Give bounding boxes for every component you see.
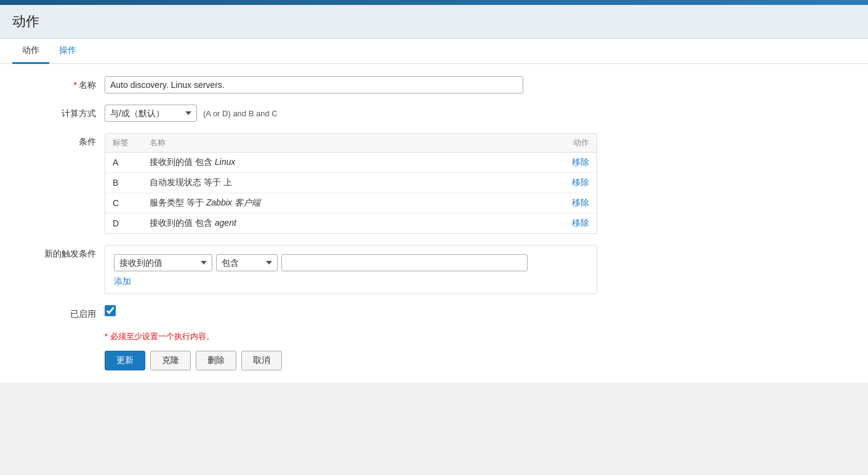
conditions-label: 条件	[25, 133, 105, 148]
trigger-value-input[interactable]	[281, 254, 528, 271]
name-label: *名称	[25, 76, 105, 91]
conditions-container: 标签 名称 动作 A 接收到的值 包含 Linux 移除 B	[105, 133, 843, 234]
table-row: A 接收到的值 包含 Linux 移除	[105, 153, 597, 173]
cond-tag-a: A	[113, 158, 150, 167]
col-tag-header: 标签	[113, 137, 150, 148]
enabled-checkbox[interactable]	[105, 305, 116, 316]
tab-actions[interactable]: 动作	[12, 39, 49, 64]
calc-label: 计算方式	[25, 105, 105, 119]
cond-tag-c: C	[113, 198, 150, 208]
cond-tag-b: B	[113, 178, 150, 188]
tab-operations[interactable]: 操作	[49, 39, 86, 64]
update-button[interactable]: 更新	[105, 351, 145, 370]
cancel-button[interactable]: 取消	[241, 351, 282, 370]
conditions-header: 标签 名称 动作	[105, 134, 597, 153]
remove-a-button[interactable]: 移除	[572, 157, 589, 167]
calc-select[interactable]: 与/或（默认）	[105, 105, 197, 122]
tabs: 动作 操作	[0, 39, 868, 64]
remove-b-button[interactable]: 移除	[572, 177, 589, 187]
new-trigger-row: 新的触发条件 接收到的值 包含 添加	[25, 245, 843, 294]
delete-button[interactable]: 删除	[196, 351, 236, 370]
trigger-condition-row: 接收到的值 包含	[114, 254, 588, 271]
table-row: D 接收到的值 包含 agent 移除	[105, 214, 597, 233]
trigger-contains-select[interactable]: 包含	[216, 254, 278, 271]
cond-name-a: 接收到的值 包含 Linux	[150, 157, 552, 168]
name-input[interactable]	[105, 76, 523, 94]
top-bar	[0, 0, 868, 5]
cond-action-d: 移除	[552, 218, 589, 229]
cond-action-a: 移除	[552, 157, 589, 168]
cond-tag-d: D	[113, 218, 150, 228]
clone-button[interactable]: 克隆	[150, 351, 191, 370]
calc-controls: 与/或（默认） (A or D) and B and C	[105, 105, 278, 122]
calc-row: 计算方式 与/或（默认） (A or D) and B and C	[25, 105, 843, 122]
warning-text: * 必须至少设置一个执行内容。	[105, 331, 843, 342]
calc-hint: (A or D) and B and C	[203, 109, 278, 118]
new-trigger-block: 接收到的值 包含 添加	[105, 245, 597, 294]
remove-c-button[interactable]: 移除	[572, 198, 589, 207]
add-condition-link[interactable]: 添加	[114, 276, 131, 287]
cond-name-c: 服务类型 等于 Zabbix 客户端	[150, 198, 552, 209]
form-area: *名称 计算方式 与/或（默认） (A or D) and B and C 条件	[0, 64, 868, 383]
conditions-table: 标签 名称 动作 A 接收到的值 包含 Linux 移除 B	[105, 133, 597, 234]
cond-name-b: 自动发现状态 等于 上	[150, 177, 552, 188]
main-content: 动作 操作 *名称 计算方式 与/或（默认） (A or D) and B an…	[0, 39, 868, 383]
table-row: C 服务类型 等于 Zabbix 客户端 移除	[105, 193, 597, 214]
button-row: 更新 克隆 删除 取消	[105, 351, 843, 370]
cond-name-d: 接收到的值 包含 agent	[150, 218, 552, 229]
remove-d-button[interactable]: 移除	[572, 218, 589, 228]
page-header: 动作	[0, 5, 868, 39]
page-title: 动作	[12, 12, 856, 31]
table-row: B 自动发现状态 等于 上 移除	[105, 173, 597, 193]
required-star: *	[74, 80, 77, 90]
col-action-header: 动作	[552, 137, 589, 148]
new-trigger-label: 新的触发条件	[25, 245, 105, 260]
trigger-type-select[interactable]: 接收到的值	[114, 254, 212, 271]
name-row: *名称	[25, 76, 843, 94]
conditions-row: 条件 标签 名称 动作 A 接收到的值 包含 Linux 移除	[25, 133, 843, 234]
cond-action-b: 移除	[552, 177, 589, 188]
col-name-header: 名称	[150, 137, 552, 148]
enabled-label: 已启用	[25, 305, 105, 320]
enabled-row: 已启用	[25, 305, 843, 320]
cond-action-c: 移除	[552, 198, 589, 209]
